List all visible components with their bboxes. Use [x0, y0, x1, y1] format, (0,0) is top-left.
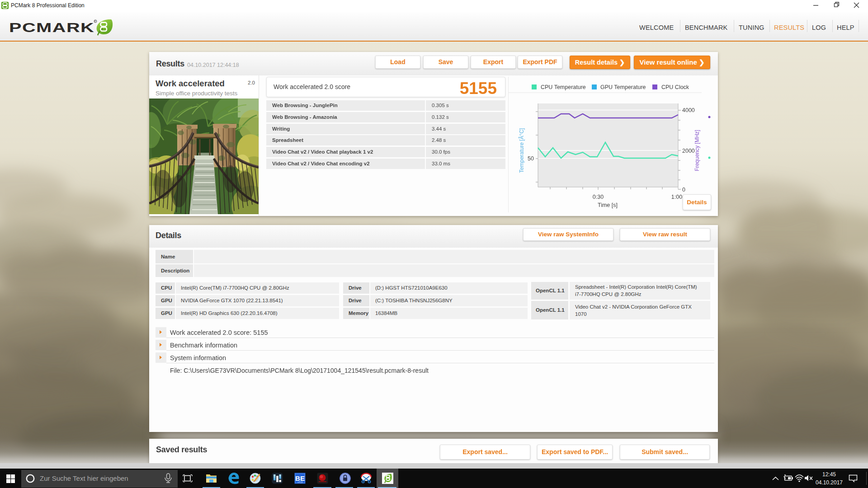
svg-text:GPU Temperature: GPU Temperature: [600, 84, 646, 90]
svg-text:0: 0: [682, 187, 685, 193]
svg-text:PCMARK: PCMARK: [9, 20, 94, 35]
svg-text:50: 50: [528, 155, 534, 162]
svg-text:CPU Clock: CPU Clock: [661, 84, 689, 90]
svg-text:+PC8: +PC8: [297, 481, 303, 483]
svg-text:4000: 4000: [682, 107, 695, 113]
svg-text:0:30: 0:30: [593, 194, 604, 200]
svg-text:1:00: 1:00: [671, 194, 682, 200]
svg-text:Time [s]: Time [s]: [598, 202, 618, 208]
svg-text:CPU Temperature: CPU Temperature: [541, 84, 586, 90]
svg-text:2000: 2000: [682, 148, 695, 154]
svg-text:Frequency [MHz]: Frequency [MHz]: [694, 130, 700, 171]
svg-text:BE: BE: [295, 474, 305, 482]
svg-text:Temperature [Â°C]: Temperature [Â°C]: [518, 128, 525, 173]
